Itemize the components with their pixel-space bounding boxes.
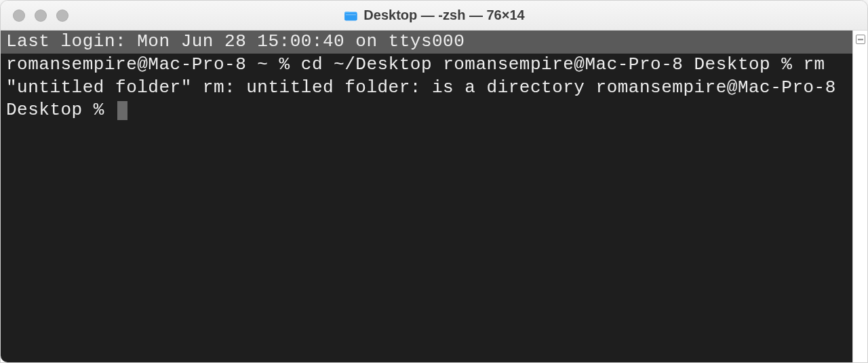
prompt-line-1: romansempire@Mac-Pro-8 ~ % cd ~/Desktop bbox=[6, 54, 432, 75]
minimize-button[interactable] bbox=[35, 9, 47, 22]
split-pane-icon[interactable] bbox=[856, 35, 865, 44]
svg-rect-2 bbox=[346, 14, 357, 15]
titlebar[interactable]: Desktop — -zsh — 76×14 bbox=[1, 1, 867, 31]
prompt-text: romansempire@Mac-Pro-8 Desktop % bbox=[443, 54, 803, 75]
scrollbar-gutter[interactable] bbox=[852, 31, 867, 362]
traffic-lights bbox=[1, 9, 68, 22]
window-title: Desktop — -zsh — 76×14 bbox=[363, 7, 524, 23]
last-login-line: Last login: Mon Jun 28 15:00:40 on ttys0… bbox=[1, 31, 852, 54]
stderr-line: rm: untitled folder: is a directory bbox=[203, 77, 585, 98]
terminal-window: Desktop — -zsh — 76×14 Last login: Mon J… bbox=[0, 0, 868, 363]
terminal-output[interactable]: Last login: Mon Jun 28 15:00:40 on ttys0… bbox=[1, 31, 852, 362]
command-text: cd ~/Desktop bbox=[301, 54, 432, 75]
content-area: Last login: Mon Jun 28 15:00:40 on ttys0… bbox=[1, 31, 867, 362]
cursor bbox=[117, 101, 127, 120]
close-button[interactable] bbox=[13, 9, 25, 22]
prompt-text: romansempire@Mac-Pro-8 ~ % bbox=[6, 54, 301, 75]
folder-icon bbox=[343, 8, 358, 23]
zoom-button[interactable] bbox=[56, 9, 68, 22]
window-title-group: Desktop — -zsh — 76×14 bbox=[343, 7, 524, 23]
svg-rect-1 bbox=[344, 13, 357, 20]
